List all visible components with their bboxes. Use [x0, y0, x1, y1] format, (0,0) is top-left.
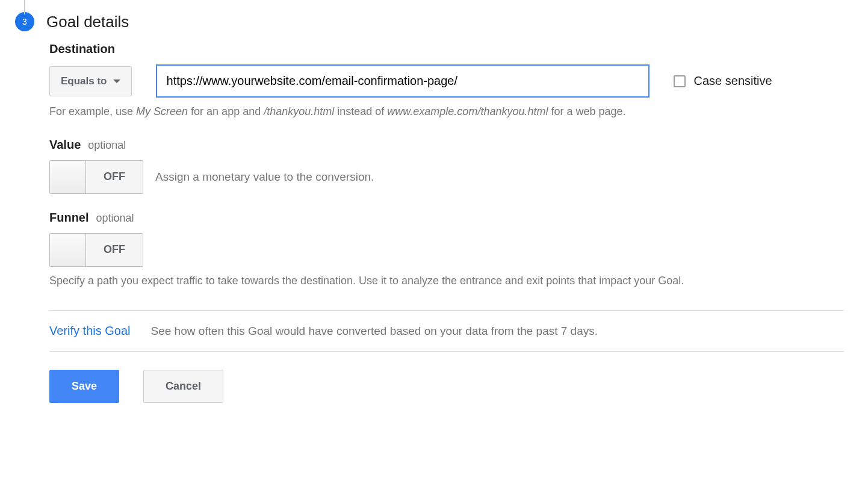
funnel-toggle[interactable]: OFF — [49, 233, 143, 267]
verify-description: See how often this Goal would have conve… — [151, 325, 598, 338]
step-connector-line — [24, 0, 25, 14]
verify-row: Verify this Goal See how often this Goal… — [49, 311, 844, 352]
value-toggle[interactable]: OFF — [49, 160, 143, 194]
funnel-description: Specify a path you expect traffic to tak… — [49, 272, 844, 290]
case-sensitive-checkbox[interactable] — [674, 75, 686, 87]
step-number-badge: 3 — [15, 12, 34, 31]
toggle-thumb — [50, 234, 86, 266]
funnel-toggle-state: OFF — [86, 234, 143, 266]
funnel-optional-label: optional — [96, 212, 134, 225]
destination-title: Destination — [49, 42, 115, 56]
step-title: Goal details — [46, 13, 129, 31]
step-number: 3 — [22, 17, 27, 26]
step-header: 3 Goal details — [12, 12, 844, 31]
destination-help-text: For example, use My Screen for an app an… — [49, 102, 844, 121]
destination-url-input[interactable] — [156, 64, 649, 98]
value-description: Assign a monetary value to the conversio… — [155, 170, 374, 184]
case-sensitive-label: Case sensitive — [694, 74, 772, 88]
button-row: Save Cancel — [49, 370, 844, 403]
match-type-dropdown[interactable]: Equals to — [49, 66, 132, 96]
save-button[interactable]: Save — [49, 370, 119, 403]
value-title: Value — [49, 138, 81, 152]
funnel-section: Funnel optional OFF Specify a path you e… — [49, 211, 844, 290]
value-optional-label: optional — [88, 139, 126, 152]
verify-goal-link[interactable]: Verify this Goal — [49, 324, 131, 338]
value-section: Value optional OFF Assign a monetary val… — [49, 138, 844, 194]
cancel-button[interactable]: Cancel — [143, 370, 223, 403]
destination-section: Destination Equals to Case sensitive For… — [49, 42, 844, 121]
value-toggle-state: OFF — [86, 161, 143, 193]
chevron-down-icon — [113, 79, 120, 83]
toggle-thumb — [50, 161, 86, 193]
funnel-title: Funnel — [49, 211, 89, 225]
match-type-label: Equals to — [61, 75, 107, 87]
